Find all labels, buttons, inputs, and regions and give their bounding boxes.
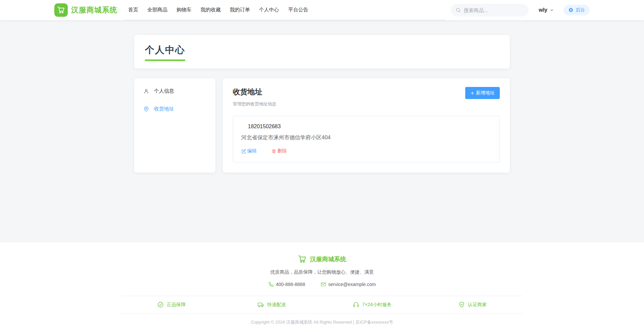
nav-item-announcements[interactable]: 平台公告 bbox=[288, 7, 308, 13]
edit-address-button[interactable]: 编辑 bbox=[241, 148, 257, 154]
feature-authentic: 正品保障 bbox=[121, 301, 222, 308]
page-title-card: 个人中心 bbox=[134, 35, 510, 68]
footer-inner: 汉服商城系统 优质商品，品质保障，让您购物放心、便捷、满意 400-888-88… bbox=[121, 242, 523, 332]
footer-features: 正品保障 快速配送 7×24小时服务 认证商家 bbox=[121, 296, 523, 313]
address-section-subtitle: 管理您的收货地址信息 bbox=[233, 101, 276, 107]
footer-contact-row: 400-888-8888 service@example.com bbox=[121, 282, 523, 287]
nav-item-all-products[interactable]: 全部商品 bbox=[147, 7, 167, 13]
trash-icon bbox=[271, 149, 276, 154]
nav-item-home[interactable]: 首页 bbox=[128, 7, 138, 13]
feature-fast-delivery: 快速配送 bbox=[222, 301, 322, 308]
truck-icon bbox=[258, 301, 264, 308]
address-section-title: 收货地址 bbox=[233, 87, 276, 97]
main-container: 个人中心 个人信息 收货地址 收货地址 管理您的收货地址信息 bbox=[134, 35, 510, 173]
delete-label: 删除 bbox=[277, 148, 287, 154]
footer-brand-title: 汉服商城系统 bbox=[310, 255, 346, 263]
footer-email-address: service@example.com bbox=[328, 282, 376, 287]
nav-item-profile[interactable]: 个人中心 bbox=[259, 7, 279, 13]
cart-icon bbox=[298, 255, 307, 264]
content-row: 个人信息 收货地址 收货地址 管理您的收货地址信息 新增地址 bbox=[134, 78, 510, 173]
address-actions: 编辑 删除 bbox=[241, 148, 491, 154]
brand-title: 汉服商城系统 bbox=[71, 5, 117, 15]
copyright-text: Copyright © 2024 汉服商城系统 All Rights Reser… bbox=[121, 314, 523, 332]
profile-sidebar: 个人信息 收货地址 bbox=[134, 78, 215, 173]
address-panel-header: 收货地址 管理您的收货地址信息 新增地址 bbox=[233, 87, 500, 107]
chevron-down-icon bbox=[549, 8, 554, 12]
search-input[interactable] bbox=[464, 7, 524, 13]
footer-tagline: 优质商品，品质保障，让您购物放心、便捷、满意 bbox=[121, 269, 523, 275]
main-nav: 首页 全部商品 购物车 我的收藏 我的订单 个人中心 平台公告 bbox=[124, 0, 445, 20]
page-body: 个人中心 个人信息 收货地址 收货地址 管理您的收货地址信息 bbox=[0, 20, 644, 242]
cart-logo-icon bbox=[54, 3, 68, 17]
admin-button-label: 后台 bbox=[576, 7, 585, 13]
add-address-button[interactable]: 新增地址 bbox=[465, 87, 500, 99]
brand-logo[interactable]: 汉服商城系统 bbox=[54, 3, 117, 17]
address-phone: 18201502683 bbox=[241, 124, 491, 130]
certified-merchant-icon bbox=[459, 301, 465, 308]
gear-icon bbox=[568, 7, 574, 13]
footer-email: service@example.com bbox=[321, 282, 376, 287]
sidebar-item-label: 个人信息 bbox=[154, 88, 174, 94]
nav-item-orders[interactable]: 我的订单 bbox=[230, 7, 250, 13]
sidebar-item-shipping-address[interactable]: 收货地址 bbox=[134, 100, 215, 118]
edit-label: 编辑 bbox=[247, 148, 257, 154]
plus-icon bbox=[470, 91, 475, 95]
headset-icon bbox=[353, 301, 359, 308]
page-title: 个人中心 bbox=[145, 44, 185, 61]
feature-label: 7×24小时服务 bbox=[362, 302, 392, 308]
navbar-inner: 汉服商城系统 首页 全部商品 购物车 我的收藏 我的订单 个人中心 平台公告 w… bbox=[0, 0, 644, 20]
address-card: 18201502683 河北省保定市涿州市德信学府小区404 编辑 删除 bbox=[233, 116, 500, 162]
address-text: 河北省保定市涿州市德信学府小区404 bbox=[241, 134, 491, 141]
user-icon bbox=[143, 88, 149, 94]
footer-brand: 汉服商城系统 bbox=[121, 255, 523, 264]
user-dropdown-trigger[interactable]: wly bbox=[539, 7, 554, 13]
sidebar-item-label: 收货地址 bbox=[154, 106, 174, 112]
add-address-label: 新增地址 bbox=[476, 90, 495, 96]
edit-icon bbox=[241, 149, 246, 154]
address-panel-titles: 收货地址 管理您的收货地址信息 bbox=[233, 87, 276, 107]
page-footer: 汉服商城系统 优质商品，品质保障，让您购物放心、便捷、满意 400-888-88… bbox=[0, 242, 644, 332]
search-icon bbox=[455, 7, 461, 13]
sidebar-item-personal-info[interactable]: 个人信息 bbox=[134, 82, 215, 100]
feature-certified-merchant: 认证商家 bbox=[422, 301, 523, 308]
check-circle-icon bbox=[157, 301, 164, 308]
search-box bbox=[451, 4, 529, 16]
feature-label: 正品保障 bbox=[167, 302, 185, 308]
phone-icon bbox=[268, 282, 274, 287]
nav-item-cart[interactable]: 购物车 bbox=[176, 7, 192, 13]
footer-phone-number: 400-888-8888 bbox=[276, 282, 305, 287]
nav-item-favorites[interactable]: 我的收藏 bbox=[201, 7, 221, 13]
delete-address-button[interactable]: 删除 bbox=[271, 148, 287, 154]
top-navbar: 汉服商城系统 首页 全部商品 购物车 我的收藏 我的订单 个人中心 平台公告 w… bbox=[0, 0, 644, 20]
address-panel: 收货地址 管理您的收货地址信息 新增地址 18201502683 河北省保定市涿… bbox=[223, 78, 510, 173]
mail-icon bbox=[321, 282, 326, 287]
feature-label: 快速配送 bbox=[267, 302, 286, 308]
feature-service-hours: 7×24小时服务 bbox=[322, 301, 422, 308]
admin-backend-button[interactable]: 后台 bbox=[564, 5, 590, 15]
footer-phone: 400-888-8888 bbox=[268, 282, 305, 287]
username: wly bbox=[539, 7, 547, 13]
location-icon bbox=[143, 106, 149, 112]
feature-label: 认证商家 bbox=[468, 302, 487, 308]
